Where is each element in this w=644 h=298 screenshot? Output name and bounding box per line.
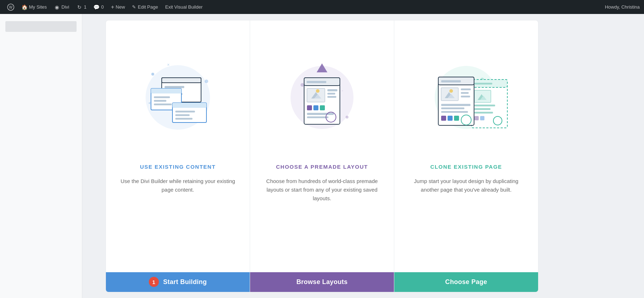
sites-icon: 🏠 <box>21 4 27 10</box>
svg-rect-63 <box>474 112 493 114</box>
svg-rect-78 <box>441 107 464 109</box>
clone-page-card: ◇ ▷ × ◦ <box>394 20 538 292</box>
svg-rect-47 <box>307 116 328 118</box>
svg-rect-62 <box>474 108 491 110</box>
svg-rect-26 <box>175 118 192 120</box>
svg-rect-82 <box>454 116 459 121</box>
svg-rect-40 <box>327 89 337 91</box>
browse-layouts-button[interactable]: Browse Layouts <box>250 272 394 292</box>
svg-text:×: × <box>167 62 170 67</box>
svg-rect-13 <box>165 86 184 88</box>
svg-rect-65 <box>480 116 484 120</box>
svg-rect-69 <box>441 80 461 82</box>
svg-rect-35 <box>307 81 326 83</box>
card-3-btn-wrapper: Choose Page <box>394 272 538 292</box>
edit-page-btn[interactable]: ✎ Edit Page <box>129 3 161 11</box>
svg-rect-44 <box>313 105 318 110</box>
updates-menu[interactable]: ↻ 1 <box>74 3 89 11</box>
card-2-btn-wrapper: Browse Layouts <box>250 272 394 292</box>
card-1-title: USE EXISTING CONTENT <box>140 164 216 170</box>
svg-rect-74 <box>461 88 471 90</box>
pencil-icon: ✎ <box>132 4 136 10</box>
sidebar-ghost <box>0 14 82 298</box>
card-1-btn-wrapper: 1 Start Building <box>106 272 250 292</box>
comments-menu[interactable]: 💬 0 <box>91 3 107 11</box>
start-building-button[interactable]: 1 Start Building <box>106 272 250 292</box>
svg-rect-76 <box>461 96 470 97</box>
choose-page-button[interactable]: Choose Page <box>394 272 538 292</box>
cards-container: ◁ ◇ × ◦ <box>106 20 538 292</box>
main-content: ◁ ◇ × ◦ <box>0 14 644 298</box>
card-3-description: Jump start your layout design by duplica… <box>394 177 538 272</box>
svg-rect-75 <box>461 92 469 94</box>
svg-rect-23 <box>172 103 206 108</box>
svg-rect-45 <box>320 105 325 110</box>
divi-menu[interactable]: ◉ Divi <box>51 3 72 11</box>
svg-text:◦: ◦ <box>342 88 343 93</box>
comment-icon: 💬 <box>94 4 99 10</box>
card-3-title: CLONE EXISTING PAGE <box>430 164 502 170</box>
svg-point-29 <box>346 116 348 119</box>
card-1-description: Use the Divi Builder while retaining you… <box>106 177 250 272</box>
card-2-title: CHOOSE A PREMADE LAYOUT <box>276 164 368 170</box>
badge-1: 1 <box>149 277 159 287</box>
svg-rect-24 <box>175 111 195 112</box>
svg-point-39 <box>316 89 319 93</box>
wp-logo[interactable]: W <box>4 2 17 12</box>
top-navigation: W 🏠 My Sites ◉ Divi ↻ 1 💬 0 + New ✎ Edit… <box>0 0 644 14</box>
exit-vb-btn[interactable]: Exit Visual Builder <box>162 3 206 11</box>
howdy-greeting: Howdy, Christina <box>605 4 640 10</box>
svg-point-4 <box>205 80 208 83</box>
use-existing-illustration: ◁ ◇ × ◦ <box>106 20 250 164</box>
premade-layout-card: × ◦ <box>250 20 394 292</box>
svg-point-73 <box>449 89 453 93</box>
svg-rect-20 <box>154 100 166 102</box>
plus-icon: + <box>111 4 114 10</box>
svg-rect-42 <box>327 96 336 98</box>
svg-rect-25 <box>175 114 190 116</box>
svg-text:W: W <box>9 5 13 9</box>
svg-rect-57 <box>474 83 492 85</box>
svg-rect-12 <box>162 78 201 83</box>
svg-rect-18 <box>151 88 181 93</box>
new-menu[interactable]: + New <box>108 3 128 12</box>
svg-rect-46 <box>307 113 334 115</box>
svg-rect-79 <box>441 111 468 113</box>
card-2-description: Choose from hundreds of world-class prem… <box>250 177 394 272</box>
svg-rect-21 <box>154 104 172 105</box>
premade-illustration: × ◦ <box>250 20 394 164</box>
svg-point-28 <box>301 83 304 87</box>
svg-rect-41 <box>327 93 335 95</box>
my-sites-menu[interactable]: 🏠 My Sites <box>19 3 50 11</box>
svg-rect-80 <box>441 116 446 121</box>
svg-rect-19 <box>154 96 170 98</box>
use-existing-card: ◁ ◇ × ◦ <box>106 20 250 292</box>
refresh-icon: ↻ <box>77 4 82 10</box>
divi-icon: ◉ <box>54 4 60 10</box>
svg-rect-81 <box>448 116 453 121</box>
svg-rect-61 <box>474 105 495 106</box>
clone-illustration: ◇ ▷ × ◦ <box>394 20 538 164</box>
svg-rect-43 <box>307 105 312 110</box>
svg-rect-77 <box>441 104 470 106</box>
svg-rect-64 <box>474 116 479 120</box>
svg-point-3 <box>151 73 154 76</box>
